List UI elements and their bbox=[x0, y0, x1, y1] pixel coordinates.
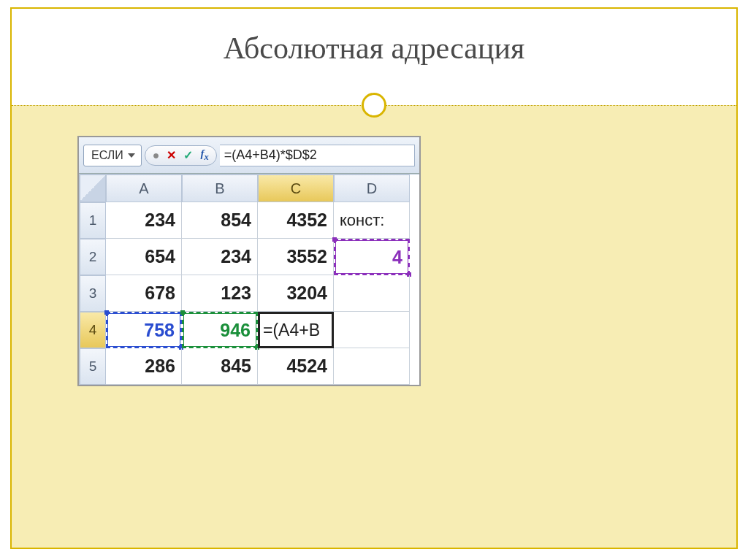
formula-buttons: ● ✕ ✓ fx bbox=[145, 145, 217, 166]
excel-screenshot: ЕСЛИ ● ✕ ✓ fx =(A4+B4)*$D$2 A bbox=[77, 136, 421, 386]
col-header-C[interactable]: C bbox=[258, 174, 334, 202]
col-header-B[interactable]: B bbox=[182, 174, 258, 202]
slide-body: ЕСЛИ ● ✕ ✓ fx =(A4+B4)*$D$2 A bbox=[12, 105, 736, 548]
stop-icon[interactable]: ● bbox=[153, 150, 160, 161]
cell-A3[interactable]: 678 bbox=[106, 275, 182, 312]
cell-D1[interactable]: конст: bbox=[334, 202, 410, 239]
cell-B2[interactable]: 234 bbox=[182, 239, 258, 275]
fx-icon[interactable]: fx bbox=[200, 148, 208, 162]
name-box-text: ЕСЛИ bbox=[91, 149, 123, 162]
col-header-D[interactable]: D bbox=[334, 174, 410, 202]
row-header-2[interactable]: 2 bbox=[80, 239, 106, 275]
cell-A1[interactable]: 234 bbox=[106, 202, 182, 239]
formula-input[interactable]: =(A4+B4)*$D$2 bbox=[220, 145, 415, 166]
row-header-1[interactable]: 1 bbox=[80, 202, 106, 239]
slide-frame: Абсолютная адресация ЕСЛИ ● ✕ ✓ fx =(A4+… bbox=[10, 7, 738, 549]
row-header-5[interactable]: 5 bbox=[80, 348, 106, 385]
cell-D4[interactable] bbox=[334, 312, 410, 348]
cell-D2[interactable]: 4 bbox=[334, 239, 410, 275]
formula-text: =(A4+B4)*$D$2 bbox=[224, 147, 317, 163]
cell-C1[interactable]: 4352 bbox=[258, 202, 334, 239]
select-all-corner[interactable] bbox=[80, 174, 106, 202]
cell-C3[interactable]: 3204 bbox=[258, 275, 334, 312]
slide-title: Абсолютная адресация bbox=[12, 31, 736, 66]
spreadsheet-grid[interactable]: A B C D 1 234 854 4352 конст: 2 654 234 … bbox=[79, 174, 419, 385]
cell-C4[interactable]: =(A4+B bbox=[258, 312, 334, 348]
row-header-4[interactable]: 4 bbox=[80, 312, 106, 348]
cell-A4[interactable]: 758 bbox=[106, 312, 182, 348]
cancel-icon[interactable]: ✕ bbox=[167, 150, 176, 161]
title-band: Абсолютная адресация bbox=[12, 9, 736, 104]
row-header-3[interactable]: 3 bbox=[80, 275, 106, 312]
cell-D3[interactable] bbox=[334, 275, 410, 312]
cell-B5[interactable]: 845 bbox=[182, 348, 258, 385]
cell-C2[interactable]: 3552 bbox=[258, 239, 334, 275]
col-header-A[interactable]: A bbox=[106, 174, 182, 202]
cell-D5[interactable] bbox=[334, 348, 410, 385]
enter-icon[interactable]: ✓ bbox=[183, 150, 193, 161]
divider-circle-icon bbox=[362, 93, 386, 118]
cell-B4[interactable]: 946 bbox=[182, 312, 258, 348]
cell-B3[interactable]: 123 bbox=[182, 275, 258, 312]
name-box[interactable]: ЕСЛИ bbox=[83, 145, 142, 166]
cell-C5[interactable]: 4524 bbox=[258, 348, 334, 385]
dropdown-icon[interactable] bbox=[128, 153, 135, 158]
cell-A2[interactable]: 654 bbox=[106, 239, 182, 275]
formula-bar: ЕСЛИ ● ✕ ✓ fx =(A4+B4)*$D$2 bbox=[79, 137, 419, 174]
cell-A5[interactable]: 286 bbox=[106, 348, 182, 385]
cell-B1[interactable]: 854 bbox=[182, 202, 258, 239]
